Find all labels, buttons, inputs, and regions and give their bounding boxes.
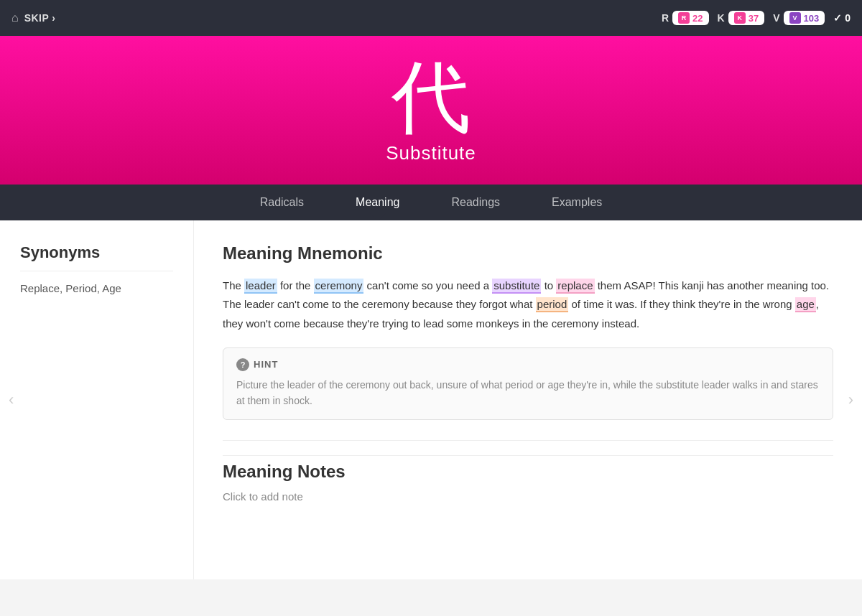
highlight-period: period — [536, 297, 569, 312]
radicals-badge: R 22 — [672, 11, 708, 25]
synonyms-title: Synonyms — [20, 243, 173, 271]
highlight-age: age — [795, 297, 816, 312]
tab-readings[interactable]: Readings — [425, 185, 526, 220]
synonyms-content: Replace, Period, Age — [20, 280, 173, 297]
radicals-stat: R R 22 — [662, 11, 709, 25]
hint-box: ? HINT Picture the leader of the ceremon… — [223, 347, 833, 420]
kanji-count: 37 — [749, 13, 759, 24]
next-arrow-icon[interactable]: › — [843, 385, 859, 415]
skip-label: SKIP — [24, 12, 50, 24]
mnemonic-paragraph: The leader for the ceremony can't come s… — [223, 276, 833, 333]
radicals-count: 22 — [692, 13, 703, 24]
radicals-badge-icon: R — [678, 12, 690, 24]
highlight-ceremony: ceremony — [314, 279, 364, 294]
kanji-meaning: Substitute — [386, 142, 476, 164]
hint-question-icon: ? — [236, 358, 249, 371]
main-content: ‹ Synonyms Replace, Period, Age Meaning … — [0, 220, 862, 579]
add-note-button[interactable]: Click to add note — [223, 490, 833, 503]
meaning-notes-title: Meaning Notes — [223, 455, 833, 482]
skip-arrow-icon: › — [52, 12, 55, 24]
skip-button[interactable]: SKIP › — [24, 12, 56, 24]
kanji-badge-icon: K — [734, 12, 746, 24]
prev-arrow-icon[interactable]: ‹ — [3, 385, 19, 415]
highlight-substitute: substitute — [492, 279, 541, 294]
highlight-replace: replace — [556, 279, 594, 294]
content-area: Meaning Mnemonic The leader for the cere… — [194, 220, 862, 579]
meaning-mnemonic-title: Meaning Mnemonic — [223, 243, 833, 263]
top-navigation: ⌂ SKIP › R R 22 K K 37 V V 103 — [0, 0, 862, 36]
nav-right: R R 22 K K 37 V V 103 ✓ 0 — [662, 11, 851, 25]
nav-left: ⌂ SKIP › — [11, 11, 56, 24]
tab-meaning[interactable]: Meaning — [330, 185, 425, 220]
checkmark-stat: ✓ 0 — [833, 12, 851, 24]
checkmark-icon: ✓ — [833, 12, 842, 24]
kanji-character: 代 — [391, 57, 471, 136]
hint-text: Picture the leader of the ceremony out b… — [236, 377, 820, 409]
sidebar: Synonyms Replace, Period, Age — [0, 220, 194, 579]
kanji-label: K — [718, 12, 725, 24]
vocab-count: 103 — [804, 13, 820, 24]
vocab-stat: V V 103 — [773, 11, 825, 25]
hint-label: HINT — [254, 359, 278, 370]
section-divider — [223, 440, 833, 441]
vocab-badge: V 103 — [784, 11, 825, 25]
kanji-badge: K 37 — [728, 11, 764, 25]
hero-section: 代 Substitute — [0, 36, 862, 185]
tab-radicals[interactable]: Radicals — [234, 185, 330, 220]
kanji-stat: K K 37 — [718, 11, 765, 25]
checkmark-count: 0 — [845, 12, 851, 24]
tab-bar: Radicals Meaning Readings Examples — [0, 185, 862, 220]
tab-examples[interactable]: Examples — [526, 185, 628, 220]
vocab-label: V — [773, 12, 779, 24]
radicals-label: R — [662, 12, 669, 24]
home-icon[interactable]: ⌂ — [11, 11, 19, 24]
vocab-badge-icon: V — [789, 12, 801, 24]
highlight-leader: leader — [244, 279, 277, 294]
hint-header: ? HINT — [236, 358, 820, 371]
